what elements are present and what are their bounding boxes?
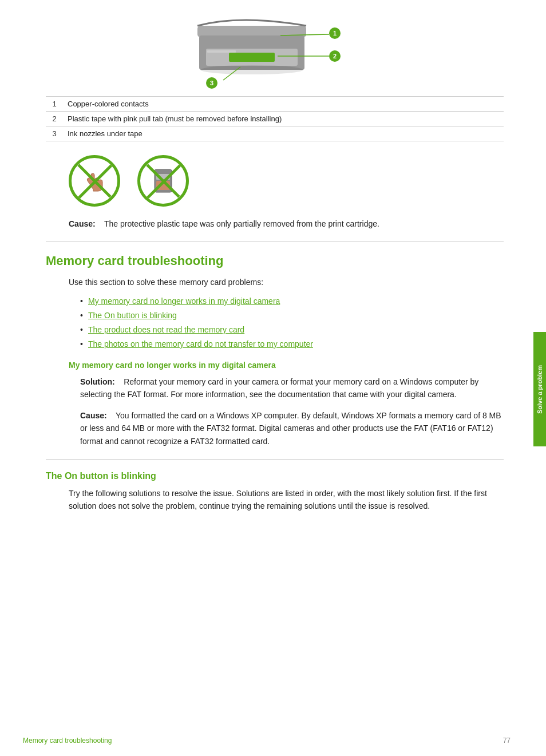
legend-table: 1 Copper-colored contacts 2 Plastic tape… bbox=[46, 96, 504, 141]
divider-2 bbox=[46, 459, 504, 460]
on-button-text: Try the following solutions to resolve t… bbox=[69, 487, 504, 513]
svg-text:2: 2 bbox=[333, 53, 337, 60]
side-tab-label: Solve a problem bbox=[536, 365, 543, 414]
warning-icons-area bbox=[69, 155, 504, 207]
svg-text:3: 3 bbox=[210, 80, 213, 86]
memory-card-links-list: My memory card no longer works in my dig… bbox=[80, 295, 504, 350]
legend-row-3: 3 Ink nozzles under tape bbox=[46, 126, 504, 141]
link-item-4: The photos on the memory card do not tra… bbox=[80, 338, 504, 350]
solution-text: Reformat your memory card in your camera… bbox=[80, 377, 478, 399]
legend-desc-3: Ink nozzles under tape bbox=[63, 126, 504, 141]
link-on-button[interactable]: The On button is blinking bbox=[88, 311, 177, 320]
page-container: Solve a problem bbox=[0, 0, 546, 756]
footer-section-name: Memory card troubleshooting bbox=[23, 737, 112, 745]
svg-text:1: 1 bbox=[333, 30, 337, 37]
main-content: 1 2 3 1 Copper-colored contacts bbox=[0, 0, 527, 536]
legend-row-2: 2 Plastic tape with pink pull tab (must … bbox=[46, 112, 504, 126]
legend-number-2: 2 bbox=[46, 112, 63, 126]
cause-description: The protective plastic tape was only par… bbox=[104, 219, 379, 228]
cause-text-memory: You formatted the card on a Windows XP c… bbox=[80, 411, 501, 446]
hand-icon-2 bbox=[146, 164, 180, 198]
cause-block-memory: Cause: You formatted the card on a Windo… bbox=[80, 409, 504, 448]
no-touch-icon-1 bbox=[69, 155, 120, 207]
legend-desc-2: Plastic tape with pink pull tab (must be… bbox=[63, 112, 504, 126]
link-item-3: The product does not read the memory car… bbox=[80, 324, 504, 336]
link-photos-transfer[interactable]: The photos on the memory card do not tra… bbox=[88, 339, 313, 349]
solution-block-memory: Solution: Reformat your memory card in y… bbox=[80, 375, 504, 401]
cause-label: Cause: bbox=[69, 219, 96, 228]
svg-point-6 bbox=[200, 65, 303, 74]
footer-page-number: 77 bbox=[503, 737, 511, 745]
link-item-1: My memory card no longer works in my dig… bbox=[80, 295, 504, 307]
legend-row-1: 1 Copper-colored contacts bbox=[46, 97, 504, 112]
legend-number-1: 1 bbox=[46, 97, 63, 112]
sub-heading-memory-camera: My memory card no longer works in my dig… bbox=[69, 361, 504, 370]
solution-label: Solution: bbox=[80, 377, 115, 386]
printer-diagram-area: 1 2 3 bbox=[46, 11, 504, 92]
printer-diagram-svg: 1 2 3 bbox=[166, 11, 383, 92]
link-product-read[interactable]: The product does not read the memory car… bbox=[88, 325, 244, 334]
link-memory-camera[interactable]: My memory card no longer works in my dig… bbox=[88, 296, 280, 306]
no-touch-icon-2 bbox=[137, 155, 189, 207]
svg-line-16 bbox=[78, 165, 110, 197]
cause-label-memory: Cause: bbox=[80, 411, 107, 420]
page-footer: Memory card troubleshooting 77 bbox=[0, 737, 533, 745]
legend-desc-1: Copper-colored contacts bbox=[63, 97, 504, 112]
legend-number-3: 3 bbox=[46, 126, 63, 141]
divider-1 bbox=[46, 242, 504, 242]
cause-section: Cause: The protective plastic tape was o… bbox=[69, 218, 504, 230]
side-tab: Solve a problem bbox=[533, 332, 546, 446]
on-button-heading: The On button is blinking bbox=[46, 471, 504, 481]
memory-card-intro: Use this section to solve these memory c… bbox=[69, 276, 504, 288]
link-item-2: The On button is blinking bbox=[80, 310, 504, 322]
hand-icon-1 bbox=[77, 164, 112, 198]
svg-rect-5 bbox=[207, 50, 236, 53]
memory-card-section-heading: Memory card troubleshooting bbox=[46, 254, 504, 268]
svg-rect-4 bbox=[229, 53, 275, 62]
